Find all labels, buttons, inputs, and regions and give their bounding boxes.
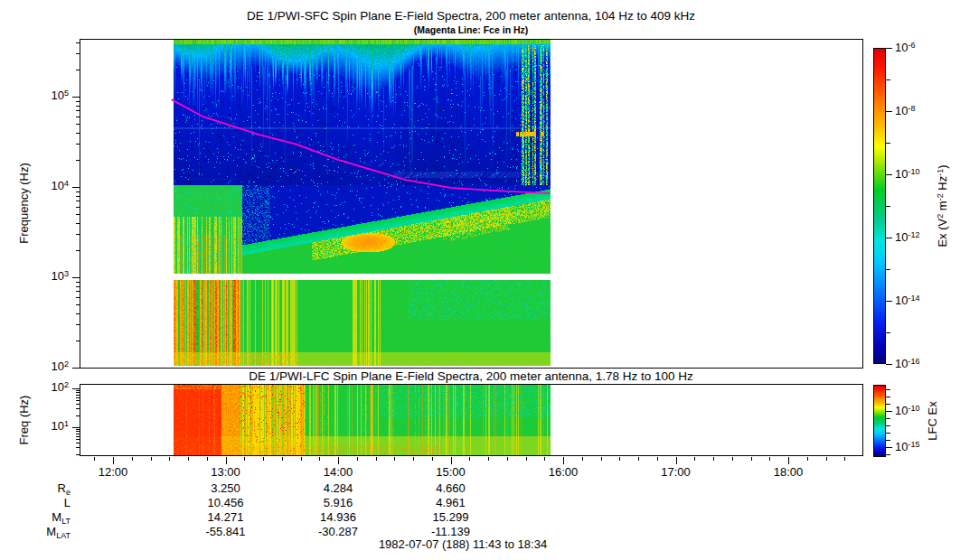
x-axis-tick: [413, 457, 414, 461]
sfc-y-major-tick: [72, 368, 80, 369]
x-axis-tick: [113, 457, 114, 464]
sfc-colorbar-tick-label: 10-14: [895, 294, 919, 307]
lfc-y-tick-label: 102: [27, 380, 69, 394]
lfc-y-minor-tick: [76, 415, 80, 416]
x-axis-tick: [563, 457, 564, 464]
x-axis-tick: [544, 457, 545, 461]
x-axis-tick-label: 16:00: [549, 465, 579, 479]
x-axis-tick: [451, 457, 452, 464]
x-axis-tick: [282, 457, 283, 461]
x-axis-tick: [169, 457, 170, 461]
lfc-y-minor-tick: [76, 454, 80, 455]
x-axis-tick: [394, 457, 395, 461]
sfc-y-minor-tick: [76, 214, 80, 215]
sfc-y-minor-tick: [76, 110, 80, 111]
sfc-colorbar-tick: [886, 238, 892, 238]
lfc-y-minor-tick: [76, 392, 80, 393]
lfc-colorbar-tick: [886, 411, 892, 412]
lfc-colorbar-label: LFC Ex: [926, 401, 939, 440]
sfc-y-minor-tick: [76, 304, 80, 305]
sfc-spectrogram-panel: [80, 39, 863, 369]
table-value: 4.961: [436, 496, 466, 509]
lfc-colorbar-tick: [886, 447, 892, 448]
table-value: -30.287: [318, 525, 358, 538]
x-axis-tick-label: 18:00: [774, 465, 804, 479]
sfc-colorbar-tick-label: 10-8: [895, 104, 915, 117]
x-axis-tick: [488, 457, 489, 461]
sfc-y-tick-label: 104: [27, 179, 69, 192]
x-axis-tick: [694, 457, 695, 461]
lfc-colorbar-tick-label: 10-10: [895, 404, 919, 417]
lfc-colorbar-tick-label: 10-15: [895, 440, 919, 453]
sfc-y-minor-tick: [76, 70, 80, 70]
table-row-label: MLAT: [7, 525, 71, 540]
sfc-colorbar-tick: [886, 206, 890, 207]
x-axis-tick-label: 12:00: [99, 465, 128, 479]
x-axis-tick: [263, 457, 264, 461]
x-axis-tick: [507, 457, 508, 461]
x-axis-tick: [657, 457, 658, 461]
sfc-y-tick-label: 105: [27, 89, 69, 102]
spectrogram-figure: DE 1/PWI-SFC Spin Plane E-Field Spectra,…: [0, 0, 979, 560]
sfc-y-major-tick: [72, 277, 80, 278]
sfc-y-major-tick: [72, 187, 80, 188]
sfc-y-minor-tick: [76, 160, 80, 161]
sfc-colorbar-tick: [886, 269, 890, 270]
x-axis-tick: [319, 457, 320, 461]
sfc-y-minor-tick: [76, 117, 80, 117]
x-axis-tick: [769, 457, 770, 461]
sfc-colorbar-tick-label: 10-10: [895, 167, 919, 181]
x-axis-tick: [526, 457, 527, 461]
sfc-y-minor-tick: [76, 234, 80, 235]
lfc-colorbar-tick: [886, 433, 890, 434]
lfc-colorbar-tick: [886, 389, 890, 390]
lfc-y-minor-tick: [76, 439, 80, 440]
x-axis-tick: [226, 457, 227, 464]
lfc-y-minor-tick: [76, 404, 80, 405]
lfc-y-major-tick: [72, 388, 80, 389]
x-axis-tick-label: 17:00: [661, 465, 691, 479]
sfc-colorbar-tick-label: 10-12: [895, 230, 919, 244]
sfc-y-minor-tick: [76, 124, 80, 125]
table-value: 4.284: [324, 481, 353, 495]
table-value: 5.916: [324, 496, 353, 509]
sfc-y-minor-tick: [76, 223, 80, 224]
sfc-y-minor-tick: [76, 207, 80, 208]
sfc-y-minor-tick: [76, 291, 80, 292]
x-axis-tick: [188, 457, 189, 461]
x-axis-tick: [619, 457, 620, 461]
sfc-y-minor-tick: [76, 191, 80, 192]
x-axis-tick: [751, 457, 752, 461]
sfc-y-minor-tick: [76, 201, 80, 201]
sfc-subtitle: (Magenta Line: Fce in Hz): [414, 24, 529, 35]
sfc-colorbar-tick: [886, 48, 892, 49]
x-axis-tick: [432, 457, 433, 461]
lfc-colorbar-tick: [886, 397, 890, 397]
sfc-title: DE 1/PWI-SFC Spin Plane E-Field Spectra,…: [247, 9, 695, 23]
x-axis-tick: [732, 457, 733, 461]
lfc-y-tick-label: 101: [27, 419, 69, 433]
lfc-y-major-tick: [72, 427, 80, 428]
lfc-y-minor-tick: [76, 429, 80, 430]
sfc-y-minor-tick: [76, 53, 80, 54]
lfc-colorbar-tick: [886, 454, 890, 455]
lfc-y-minor-tick: [76, 447, 80, 448]
table-value: 3.250: [211, 481, 240, 495]
x-axis-tick: [788, 457, 789, 464]
lfc-heatmap-canvas: [80, 385, 862, 455]
lfc-colorbar-tick: [886, 425, 890, 426]
x-axis-tick: [469, 457, 470, 461]
sfc-colorbar-tick: [886, 143, 890, 144]
sfc-y-minor-tick: [76, 286, 80, 287]
lfc-y-minor-tick: [76, 436, 80, 437]
x-axis-tick: [338, 457, 339, 464]
sfc-y-minor-tick: [76, 297, 80, 298]
sfc-colorbar-tick: [886, 364, 892, 365]
sfc-colorbar-tick-label: 10-6: [895, 41, 915, 54]
x-axis-tick: [826, 457, 827, 461]
x-axis-tick: [582, 457, 583, 461]
sfc-colorbar-tick: [886, 79, 890, 80]
table-value: -11.139: [431, 525, 470, 538]
table-value: 14.271: [208, 510, 244, 524]
caption: 1982-07-07 (188) 11:43 to 18:34: [379, 537, 547, 551]
